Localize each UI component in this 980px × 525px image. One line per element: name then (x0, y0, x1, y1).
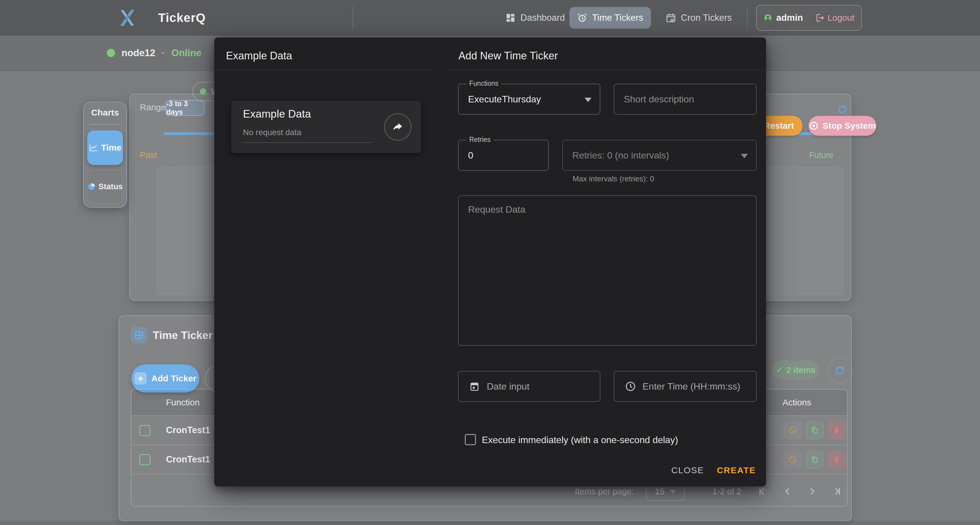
range-chip[interactable]: -3 to 3 days (165, 100, 204, 116)
example-data-card-title: Example Data (243, 108, 311, 120)
close-button[interactable]: CLOSE (671, 465, 704, 475)
add-time-ticker-modal: Example Data Example Data No request dat… (214, 37, 766, 486)
retry-helper-text: Max intervals (retries): 0 (573, 174, 654, 183)
chart-tab-label: Status (99, 182, 123, 191)
retries-value: 0 (468, 140, 473, 170)
user-name: admin (776, 13, 803, 23)
ws-status-dot (200, 88, 206, 95)
node-name: node12 (121, 48, 156, 59)
ban-button[interactable] (784, 422, 802, 439)
trash-icon (832, 426, 841, 434)
row-checkbox[interactable] (139, 454, 150, 465)
nav-item-label: Cron Tickers (681, 13, 732, 23)
tickerq-logo-icon (116, 7, 138, 29)
ban-button[interactable] (784, 451, 802, 468)
add-ticker-button[interactable]: + Add Ticker (131, 365, 199, 392)
dropdown-caret-icon (670, 490, 676, 493)
node-status: Online (172, 48, 202, 59)
stop-system-label: Stop System (822, 121, 876, 131)
duplicate-button[interactable] (806, 451, 823, 468)
nav-divider (747, 6, 748, 30)
app-root: TickerQ Dashboard Time Tickers Cron Tick… (0, 0, 980, 525)
avatar-icon (764, 11, 772, 25)
stop-icon (809, 121, 818, 130)
table-icon (134, 330, 144, 341)
check-icon: ✓ (776, 365, 783, 375)
row-checkbox[interactable] (139, 425, 150, 436)
last-page-icon (832, 486, 842, 496)
nav-item-cron-tickers[interactable]: Cron Tickers (658, 7, 740, 29)
user-chip[interactable]: admin Logout (756, 5, 862, 31)
brand-title: TickerQ (158, 0, 206, 36)
functions-select[interactable]: Functions ExecuteThursday (458, 84, 600, 115)
table-refresh-button[interactable] (827, 358, 853, 383)
delete-button[interactable] (828, 451, 845, 468)
trash-icon (832, 455, 841, 463)
retry-intervals-select[interactable]: Retries: 0 (no intervals) (562, 140, 757, 171)
page-bottom-edge (0, 520, 980, 525)
logout-button[interactable]: Logout (815, 13, 854, 23)
calendar-icon (469, 381, 480, 392)
past-label: Past (140, 150, 157, 160)
chart-refresh-icon[interactable] (837, 104, 848, 115)
plus-icon: + (134, 372, 146, 385)
items-per-page-value: 15 (655, 487, 665, 496)
functions-value: ExecuteThursday (468, 84, 541, 114)
execute-immediately-checkbox[interactable] (465, 434, 476, 445)
chart-tab-time[interactable]: Time (87, 130, 123, 165)
separator: · (162, 48, 165, 59)
execute-immediately-label: Execute immediately (with a one-second d… (482, 435, 678, 446)
items-count-badge: ✓ 2 items (772, 360, 819, 380)
column-header-function: Function (166, 390, 200, 415)
duplicate-button[interactable] (806, 422, 823, 439)
dashboard-icon (505, 13, 516, 23)
stop-system-button[interactable]: Stop System (808, 116, 877, 136)
date-placeholder: Date input (487, 371, 530, 401)
column-header-actions: Actions (783, 390, 811, 415)
divider (450, 70, 766, 70)
next-page-icon (807, 486, 818, 496)
cron-tickers-icon (666, 13, 676, 23)
divider (214, 70, 437, 70)
time-input[interactable]: Enter Time (HH:mm:ss) (614, 371, 757, 402)
retries-input[interactable]: Retries 0 (458, 140, 549, 171)
node-status-dot (107, 49, 115, 57)
time-placeholder: Enter Time (HH:mm:ss) (643, 371, 740, 401)
short-description-input[interactable]: Short description (614, 84, 757, 115)
create-button[interactable]: CREATE (717, 465, 756, 475)
short-description-placeholder: Short description (624, 84, 694, 114)
example-data-card[interactable]: Example Data No request data (231, 101, 421, 153)
restart-label: Restart (764, 121, 794, 131)
dropdown-caret-icon (585, 98, 592, 102)
nav-item-label: Dashboard (520, 13, 565, 23)
date-input[interactable]: Date input (458, 371, 600, 402)
chart-tab-status[interactable]: Status (87, 170, 123, 203)
chart-tab-label: Time (101, 143, 121, 153)
next-page-button[interactable] (805, 484, 820, 499)
delete-button[interactable] (828, 422, 845, 439)
nav-item-dashboard[interactable]: Dashboard (498, 7, 573, 29)
nav-divider (352, 6, 353, 30)
prev-page-button[interactable] (780, 484, 795, 499)
nav-item-time-tickers[interactable]: Time Tickers (570, 7, 651, 29)
line-chart-icon (89, 143, 98, 152)
prev-page-icon (782, 486, 793, 496)
logout-label: Logout (827, 13, 854, 23)
apply-example-button[interactable] (384, 113, 412, 141)
example-data-card-subtitle: No request data (243, 128, 301, 137)
top-nav: TickerQ Dashboard Time Tickers Cron Tick… (0, 0, 980, 36)
table-icon-badge (131, 327, 147, 343)
ban-icon (788, 425, 797, 435)
last-page-button[interactable] (830, 484, 845, 499)
function-cell: CronTest1 (166, 445, 210, 474)
time-tickers-icon (577, 13, 587, 23)
request-data-textarea[interactable]: Request Data (458, 195, 757, 346)
copy-icon (810, 455, 819, 464)
dropdown-caret-icon (741, 154, 748, 158)
ban-icon (788, 455, 797, 464)
items-count-label: 2 items (786, 365, 816, 375)
future-label: Future (804, 150, 834, 160)
example-data-panel-title: Example Data (226, 50, 292, 62)
logout-icon (815, 13, 824, 23)
first-page-icon (757, 486, 767, 496)
